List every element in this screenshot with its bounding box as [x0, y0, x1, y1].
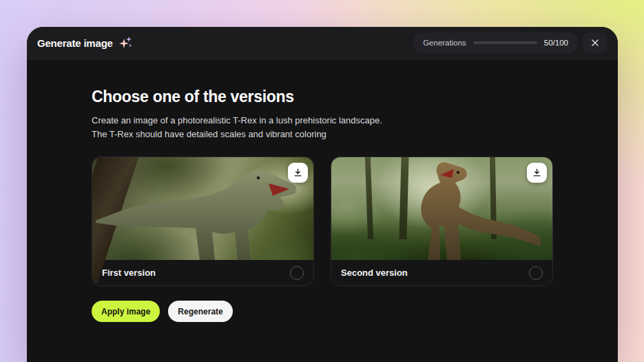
sparkles-icon: [118, 36, 133, 50]
panel-title: Generate image: [37, 37, 113, 49]
close-button[interactable]: [583, 32, 607, 53]
generate-image-panel: Generate image Generations 50/100: [27, 27, 618, 362]
action-buttons: Apply image Regenerate: [92, 301, 553, 322]
generated-image-first: [92, 157, 313, 260]
card-footer-first: First version: [92, 260, 313, 285]
regenerate-button[interactable]: Regenerate: [168, 301, 232, 322]
download-icon: [293, 168, 303, 178]
version-label-second: Second version: [341, 268, 408, 278]
generations-value: 50/100: [544, 39, 568, 47]
prompt-description: Create an image of a photorealistic T-Re…: [92, 114, 553, 141]
card-footer-second: Second version: [331, 260, 552, 285]
version-cards: First version: [92, 157, 553, 286]
prompt-description-line1: Create an image of a photorealistic T-Re…: [92, 114, 553, 128]
generations-label: Generations: [423, 39, 466, 47]
prompt-description-line2: The T-Rex should have detailed scales an…: [92, 128, 553, 141]
version-card-second[interactable]: Second version: [331, 157, 553, 286]
download-second-button[interactable]: [527, 163, 547, 183]
trex-illustration: [331, 157, 553, 260]
radio-first-version[interactable]: [290, 266, 304, 280]
apply-image-button[interactable]: Apply image: [92, 301, 160, 322]
generations-counter: Generations 50/100: [414, 32, 577, 53]
download-icon: [532, 168, 542, 178]
version-card-first[interactable]: First version: [92, 157, 314, 286]
panel-header: Generate image Generations 50/100: [27, 27, 618, 59]
trex-illustration: [92, 157, 314, 260]
panel-content: Choose one of the versions Create an ima…: [27, 59, 618, 322]
download-first-button[interactable]: [288, 163, 308, 183]
close-icon: [591, 39, 599, 47]
version-label-first: First version: [102, 268, 156, 278]
header-right: Generations 50/100: [414, 32, 607, 53]
generations-progress-track: [473, 41, 537, 44]
radio-second-version[interactable]: [529, 266, 543, 280]
generated-image-second: [331, 157, 552, 260]
page-title: Choose one of the versions: [92, 88, 553, 106]
